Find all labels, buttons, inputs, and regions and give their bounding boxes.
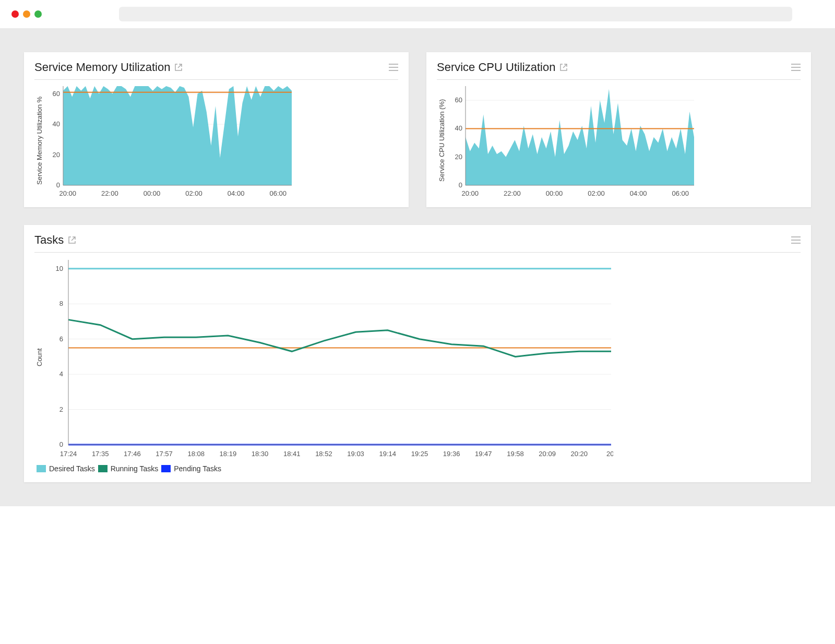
panel-header: Service CPU Utilization	[437, 61, 801, 80]
svg-text:06:00: 06:00	[672, 189, 689, 197]
svg-text:8: 8	[59, 300, 63, 307]
svg-text:20:: 20:	[606, 450, 613, 458]
svg-text:20:00: 20:00	[59, 189, 76, 197]
svg-text:18:08: 18:08	[187, 450, 205, 458]
svg-text:2: 2	[59, 406, 63, 413]
svg-text:18:30: 18:30	[252, 450, 269, 458]
popout-icon[interactable]	[68, 236, 76, 244]
y-axis-label: Count	[34, 256, 44, 459]
address-bar[interactable]	[119, 7, 792, 21]
svg-text:4: 4	[59, 370, 63, 378]
close-window-dot[interactable]	[11, 10, 19, 18]
svg-text:19:25: 19:25	[411, 450, 428, 458]
svg-text:40: 40	[53, 120, 60, 128]
panel-header: Tasks	[34, 233, 801, 253]
svg-text:17:57: 17:57	[156, 450, 173, 458]
svg-text:18:52: 18:52	[315, 450, 332, 458]
svg-text:18:41: 18:41	[283, 450, 301, 458]
svg-text:20:20: 20:20	[571, 450, 588, 458]
chart-body: 020406020:0022:0000:0002:0004:0006:00	[44, 83, 398, 198]
chart-wrap: Count 024681017:2417:3517:4617:5718:0818…	[34, 256, 801, 459]
legend: Desired Tasks Running Tasks Pending Task…	[34, 464, 801, 473]
svg-text:19:58: 19:58	[507, 450, 524, 458]
y-axis-label: Service CPU Utilization (%)	[437, 83, 447, 198]
svg-text:19:47: 19:47	[475, 450, 492, 458]
popout-icon[interactable]	[174, 63, 183, 71]
chart-body: 020406020:0022:0000:0002:0004:0006:00	[447, 83, 801, 198]
tasks-chart: 024681017:2417:3517:4617:5718:0818:1918:…	[44, 256, 613, 459]
svg-text:22:00: 22:00	[101, 189, 118, 197]
svg-text:60: 60	[53, 90, 60, 98]
svg-text:17:35: 17:35	[92, 450, 109, 458]
svg-text:00:00: 00:00	[546, 189, 563, 197]
svg-text:0: 0	[56, 181, 60, 189]
panel-title-text: Service Memory Utilization	[34, 61, 170, 74]
svg-text:20:09: 20:09	[539, 450, 556, 458]
popout-icon[interactable]	[559, 63, 568, 71]
svg-text:06:00: 06:00	[269, 189, 287, 197]
chart-body: 024681017:2417:3517:4617:5718:0818:1918:…	[44, 256, 801, 459]
legend-label-running: Running Tasks	[111, 464, 159, 473]
memory-chart: 020406020:0022:0000:0002:0004:0006:00	[44, 83, 295, 198]
legend-label-desired: Desired Tasks	[49, 464, 95, 473]
minimize-window-dot[interactable]	[23, 10, 30, 18]
svg-text:18:19: 18:19	[220, 450, 237, 458]
svg-text:17:46: 17:46	[124, 450, 141, 458]
tasks-panel: Tasks Count 024681017:2417:3517:4617:571…	[24, 225, 811, 482]
legend-swatch-pending	[161, 465, 171, 472]
panel-title-text: Tasks	[34, 233, 64, 247]
panel-title: Service CPU Utilization	[437, 61, 568, 74]
svg-text:04:00: 04:00	[228, 189, 245, 197]
svg-text:0: 0	[459, 181, 462, 189]
svg-text:20: 20	[53, 151, 60, 159]
svg-text:60: 60	[455, 96, 462, 104]
svg-text:04:00: 04:00	[630, 189, 647, 197]
svg-text:6: 6	[59, 335, 63, 343]
panel-header: Service Memory Utilization	[34, 61, 398, 80]
cpu-chart: 020406020:0022:0000:0002:0004:0006:00	[447, 83, 697, 198]
top-row: Service Memory Utilization Service Memor…	[24, 52, 811, 207]
svg-text:19:36: 19:36	[443, 450, 460, 458]
hamburger-icon[interactable]	[791, 64, 801, 71]
svg-text:22:00: 22:00	[504, 189, 521, 197]
chart-wrap: Service Memory Utilization % 020406020:0…	[34, 83, 398, 198]
legend-label-pending: Pending Tasks	[174, 464, 221, 473]
window-chrome	[0, 0, 835, 28]
panel-title: Service Memory Utilization	[34, 61, 183, 74]
dashboard-page: Service Memory Utilization Service Memor…	[0, 28, 835, 506]
svg-text:20: 20	[455, 153, 462, 161]
svg-text:10: 10	[56, 265, 63, 272]
panel-title-text: Service CPU Utilization	[437, 61, 555, 74]
y-axis-label: Service Memory Utilization %	[34, 83, 44, 198]
panel-title: Tasks	[34, 233, 76, 247]
svg-text:02:00: 02:00	[185, 189, 202, 197]
svg-text:00:00: 00:00	[144, 189, 161, 197]
svg-text:02:00: 02:00	[588, 189, 605, 197]
memory-panel: Service Memory Utilization Service Memor…	[24, 52, 409, 207]
hamburger-icon[interactable]	[389, 64, 398, 71]
maximize-window-dot[interactable]	[34, 10, 42, 18]
chart-wrap: Service CPU Utilization (%) 020406020:00…	[437, 83, 801, 198]
svg-text:19:03: 19:03	[347, 450, 364, 458]
hamburger-icon[interactable]	[791, 236, 801, 244]
svg-text:40: 40	[455, 124, 462, 132]
legend-swatch-desired	[37, 465, 46, 472]
svg-text:0: 0	[59, 440, 63, 448]
cpu-panel: Service CPU Utilization Service CPU Util…	[426, 52, 811, 207]
svg-text:20:00: 20:00	[461, 189, 479, 197]
legend-swatch-running	[98, 465, 108, 472]
svg-text:17:24: 17:24	[60, 450, 77, 458]
svg-text:19:14: 19:14	[379, 450, 396, 458]
